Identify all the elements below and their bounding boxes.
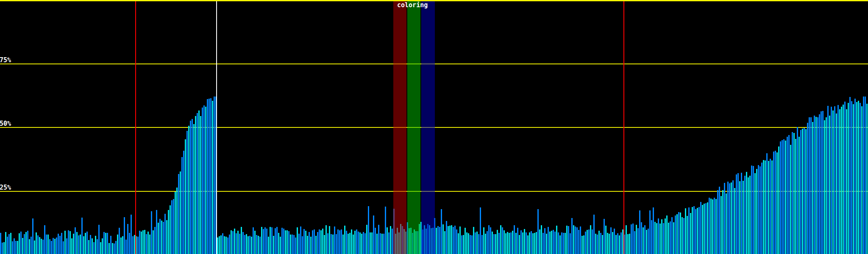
bar [319,229,320,254]
bar [539,229,540,254]
bar [710,199,712,254]
bar [180,171,181,254]
bar [300,226,301,254]
bar [517,228,518,254]
bar [186,131,188,254]
bar [5,232,6,254]
bar [495,234,496,254]
bar [264,227,266,254]
bar [441,209,442,254]
bar [746,172,747,254]
bar [444,231,445,254]
bar [98,225,100,254]
bar [159,219,161,254]
bar [826,117,827,254]
bar [381,234,383,254]
bar [649,210,651,254]
bar [383,234,384,254]
bar [371,232,373,254]
bar [470,235,471,254]
bar [815,117,817,254]
bar [753,166,754,254]
bar [778,146,779,254]
bar [137,237,139,254]
bar [580,226,581,254]
bar [658,218,659,254]
bar [351,229,352,254]
bar [222,233,223,254]
bar [227,237,228,254]
bar [834,106,835,254]
bar [92,238,93,254]
bar [598,231,600,254]
bar [124,217,125,254]
bar [570,233,571,254]
bar [646,230,647,254]
bar [581,236,583,254]
bar [336,234,337,254]
bar [600,233,601,254]
bar [792,132,793,254]
bar [127,224,128,254]
bar [534,233,535,254]
bar [488,225,490,254]
bar [200,116,201,254]
bar [49,239,50,254]
bar [241,227,242,254]
bar [827,106,829,254]
bar [47,235,49,254]
bar [529,232,530,254]
bar [32,218,33,254]
bar [770,159,771,254]
bar [722,190,723,254]
bar [478,234,479,254]
bar [103,232,105,254]
bar [800,130,801,254]
bar [210,98,211,254]
bar [158,223,159,254]
bar [592,229,593,254]
bar [112,243,113,254]
bar [476,232,478,254]
bar [46,235,47,254]
bar [788,135,790,254]
bar [761,163,762,254]
bar [0,233,1,254]
bar [39,237,40,254]
bar [97,239,98,254]
bar [617,233,618,254]
bar [515,233,517,254]
bar [302,236,303,254]
bar [346,231,347,254]
bar [246,234,247,254]
bar [261,227,262,254]
bar [375,228,376,254]
bar [790,145,791,254]
bar [451,225,452,254]
bar [315,236,317,254]
bar [483,227,484,254]
bar [129,233,130,254]
bar [305,231,306,254]
bar [2,243,3,254]
bar [787,137,788,254]
bar [736,174,737,254]
bar [354,231,356,254]
bar [317,232,318,254]
bar [863,97,864,254]
bar [690,213,691,254]
bar [459,226,461,254]
bar [120,237,122,254]
bar [687,216,688,254]
bar [53,238,54,254]
bar [749,176,751,254]
bar [712,199,713,254]
bar [278,233,279,254]
bar [332,235,334,254]
bar [739,181,740,254]
bar [456,229,457,254]
bar [151,211,152,254]
bar [807,123,808,254]
bar [439,227,440,254]
bar [771,160,773,254]
